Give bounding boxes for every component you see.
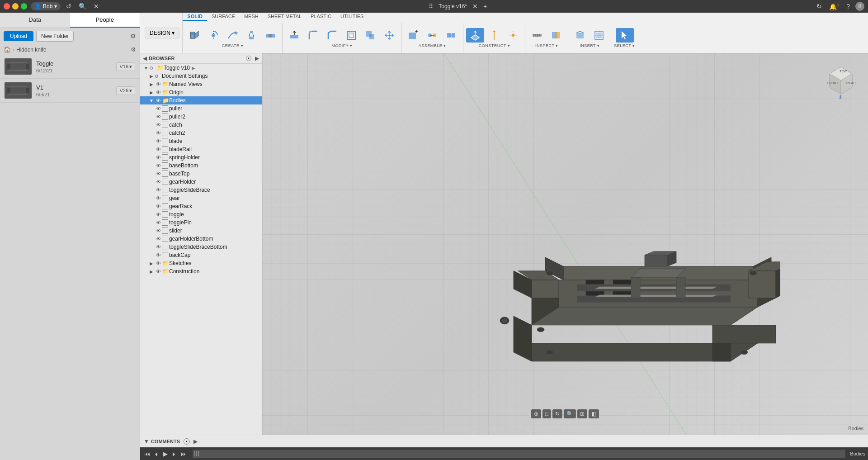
panel-settings-icon[interactable]: ⚙ xyxy=(130,33,136,40)
tree-item-baseTop[interactable]: 👁 baseTop xyxy=(140,170,262,178)
home-icon[interactable]: 🏠 xyxy=(4,46,11,53)
zoom-btn[interactable]: 🔍 xyxy=(564,409,576,418)
file-version[interactable]: V26 ▾ xyxy=(116,86,135,95)
select-active-btn[interactable] xyxy=(616,28,634,43)
tree-item-gearHolderBottom[interactable]: 👁 gearHolderBottom xyxy=(140,235,262,243)
tree-item-construction[interactable]: ▶ 👁 📁 Construction xyxy=(140,267,262,275)
insert-label[interactable]: INSERT ▾ xyxy=(580,43,599,48)
timeline-area[interactable] xyxy=(193,450,845,458)
tab-people[interactable]: People xyxy=(70,13,140,28)
create-hole-btn[interactable] xyxy=(261,28,279,43)
tree-item-origin[interactable]: ▶ 👁 📁 Origin xyxy=(140,88,262,96)
insert-mesh-btn[interactable] xyxy=(571,28,589,43)
apps-icon[interactable]: ⠿ xyxy=(427,2,435,11)
modify-press-pull-btn[interactable] xyxy=(285,28,303,43)
grid-btn[interactable]: ⊞ xyxy=(577,409,587,418)
notification-icon[interactable]: 🔔1 xyxy=(827,2,841,11)
tab-utilities[interactable]: UTILITIES xyxy=(336,13,368,21)
playback-start-btn[interactable]: ⏮ xyxy=(143,450,151,458)
assemble-joint-btn[interactable] xyxy=(423,28,441,43)
win-close-btn[interactable] xyxy=(4,3,10,9)
tree-item-gear[interactable]: 👁 gear xyxy=(140,194,262,202)
rotate-btn[interactable]: ↻ xyxy=(552,409,562,418)
tree-item-catch2[interactable]: 👁 catch2 xyxy=(140,129,262,137)
win-max-btn[interactable] xyxy=(21,3,27,9)
comments-collapse-btn[interactable]: ▼ xyxy=(144,438,149,445)
tree-item-toggleSlideBraceBottom[interactable]: 👁 toggleSlideBraceBottom xyxy=(140,243,262,251)
tree-item-toggleSlideBrace[interactable]: 👁 toggleSlideBrace xyxy=(140,186,262,194)
tree-item-named-views[interactable]: ▶ 👁 📁 Named Views xyxy=(140,80,262,88)
tab-sheet-metal[interactable]: SHEET METAL xyxy=(263,13,306,21)
tree-item-catch[interactable]: 👁 catch xyxy=(140,121,262,129)
tree-item-puller2[interactable]: 👁 puller2 xyxy=(140,113,262,121)
help-icon[interactable]: ? xyxy=(844,2,852,11)
create-revolve-btn[interactable] xyxy=(204,28,222,43)
modify-move-btn[interactable] xyxy=(380,28,398,43)
tree-item-slider[interactable]: 👁 slider xyxy=(140,227,262,235)
tree-item-gearRack[interactable]: 👁 gearRack xyxy=(140,202,262,210)
select-label[interactable]: SELECT ▾ xyxy=(614,43,635,48)
win-min-btn[interactable] xyxy=(12,3,19,9)
create-label[interactable]: CREATE ▾ xyxy=(222,43,243,48)
tree-item-bladeRail[interactable]: 👁 bladeRail xyxy=(140,145,262,153)
close-icon[interactable]: ✕ xyxy=(92,2,101,11)
tree-item-sketches[interactable]: ▶ 👁 📁 Sketches xyxy=(140,259,262,267)
inspect-measure-btn[interactable] xyxy=(528,28,546,43)
tab-mesh[interactable]: MESH xyxy=(240,13,263,21)
add-tab-icon[interactable]: + xyxy=(481,2,489,11)
tree-item-springHolder[interactable]: 👁 springHolder xyxy=(140,153,262,161)
tree-item-baseBottom[interactable]: 👁 baseBottom xyxy=(140,161,262,170)
search-icon[interactable]: 🔍 xyxy=(77,2,88,11)
browser-settings-icon[interactable]: • xyxy=(246,56,251,61)
playback-prev-btn[interactable]: ⏴ xyxy=(152,450,161,458)
upload-button[interactable]: Upload xyxy=(4,31,33,41)
tab-solid[interactable]: SOLID xyxy=(183,13,207,21)
user-avatar[interactable]: B xyxy=(855,2,864,11)
tab-plastic[interactable]: PLASTIC xyxy=(306,13,336,21)
refresh-icon[interactable]: ↺ xyxy=(64,2,73,11)
tree-item-togglePin[interactable]: 👁 togglePin xyxy=(140,218,262,227)
insert-canvas-btn[interactable] xyxy=(590,28,608,43)
tree-item-document-settings[interactable]: ▶ ⚙ Document Settings xyxy=(140,72,262,80)
front-view-btn[interactable]: □ xyxy=(542,409,551,418)
breadcrumb-settings-icon[interactable]: ⚙ xyxy=(131,46,136,53)
modify-combine-btn[interactable] xyxy=(361,28,379,43)
tree-item-gearHolder[interactable]: 👁 gearHolder xyxy=(140,178,262,186)
tree-item-blade[interactable]: 👁 blade xyxy=(140,137,262,145)
display-mode-btn[interactable]: ◧ xyxy=(589,409,599,418)
tab-surface[interactable]: SURFACE xyxy=(207,13,240,21)
root-play-icon[interactable]: ▶ xyxy=(192,66,195,71)
close-tab-icon[interactable]: ✕ xyxy=(471,2,480,11)
browser-collapse-btn[interactable]: ◀ xyxy=(143,55,147,62)
construct-axis-btn[interactable] xyxy=(485,28,503,43)
tree-item-bodies[interactable]: ▼ 👁 📁 Bodies xyxy=(140,96,262,104)
inspect-label[interactable]: INSPECT ▾ xyxy=(535,43,558,48)
construct-point-btn[interactable] xyxy=(504,28,522,43)
construct-active-btn[interactable] xyxy=(466,28,484,43)
playback-play-btn[interactable]: ▶ xyxy=(162,450,169,458)
tree-item-puller[interactable]: 👁 puller xyxy=(140,104,262,113)
design-button[interactable]: DESIGN ▾ xyxy=(145,28,179,38)
tree-item-backCap[interactable]: 👁 backCap xyxy=(140,251,262,259)
comments-settings-icon[interactable]: • xyxy=(184,438,190,445)
create-sweep-btn[interactable] xyxy=(223,28,241,43)
refresh-icon2[interactable]: ↻ xyxy=(815,2,824,11)
modify-shell-btn[interactable] xyxy=(342,28,360,43)
tree-root[interactable]: ▼ ⚙ 📁 Toggle v10 ▶ xyxy=(140,64,262,72)
list-item[interactable]: Toggle 6/12/21 V16 ▾ xyxy=(0,55,140,79)
create-extrude-btn[interactable] xyxy=(185,28,203,43)
assemble-new-component-btn[interactable] xyxy=(404,28,422,43)
file-version[interactable]: V16 ▾ xyxy=(116,62,135,71)
modify-fillet-btn[interactable] xyxy=(304,28,322,43)
tree-item-toggle[interactable]: 👁 toggle xyxy=(140,210,262,218)
user-button[interactable]: 👤 Bob ▾ xyxy=(31,2,61,10)
modify-label[interactable]: MODIFY ▾ xyxy=(331,43,352,48)
breadcrumb-folder[interactable]: Hidden knife xyxy=(16,47,47,53)
modify-chamfer-btn[interactable] xyxy=(323,28,341,43)
assemble-rigid-btn[interactable] xyxy=(442,28,460,43)
browser-expand-btn[interactable]: ▶ xyxy=(255,55,259,62)
construct-label[interactable]: CONSTRUCT ▾ xyxy=(479,43,510,48)
tab-data[interactable]: Data xyxy=(0,13,70,28)
new-folder-button[interactable]: New Folder xyxy=(36,31,74,42)
create-loft-btn[interactable] xyxy=(242,28,260,43)
